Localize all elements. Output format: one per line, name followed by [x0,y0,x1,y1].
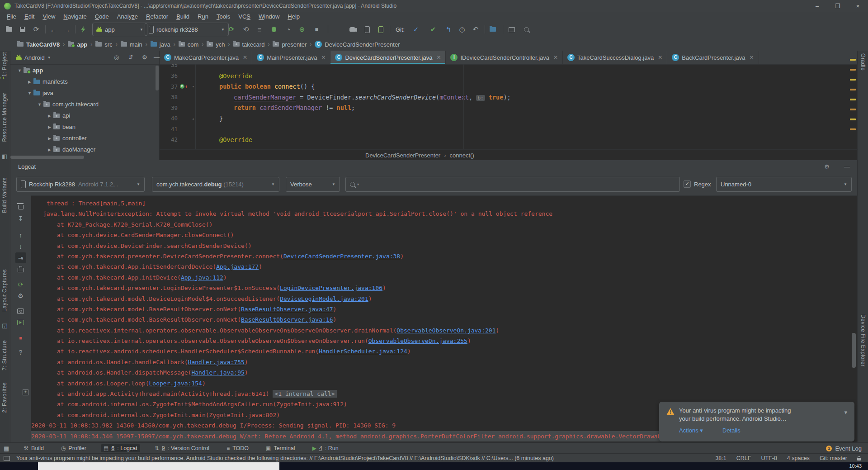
editor-tab-IDeviceCardSenderController.java[interactable]: IIDeviceCardSenderController.java✕ [446,51,563,64]
internal-calls-chip[interactable]: <1 internal call> [273,390,336,398]
close-tab-icon[interactable]: ✕ [243,54,247,61]
stripe-build-variants[interactable]: Build Variants [1,177,8,213]
tree-item-app[interactable]: ▼ app [10,65,159,76]
error-stripe-mark[interactable] [850,128,856,130]
print-icon[interactable] [15,264,26,275]
git-push-icon[interactable]: ↰ [443,24,454,35]
code-line-39[interactable]: 39 return cardSenderManager != null; [160,103,857,114]
sdk-manager-icon[interactable] [362,24,373,35]
code-line-38[interactable]: 38 cardSenderManager = DeviceFinder.sear… [160,92,857,103]
file-encoding[interactable]: UTF-8 [761,455,777,461]
code-editor[interactable]: 35 36 @Override 37 O↑▾ public boolean co… [160,64,857,149]
stack-trace-link[interactable]: HandlerScheduler.java:124 [319,348,407,355]
code-line-42[interactable]: 42 @Override [160,134,857,145]
stack-trace-link[interactable]: App.java:112 [181,274,223,281]
error-stripe-mark[interactable] [850,89,856,90]
toolwindow-button-6-logcat[interactable]: ▤6: Logcat [101,444,140,452]
tree-collapse-arrow[interactable]: ▼ [16,68,24,73]
stripe-favorites[interactable]: 2: Favorites [1,382,8,413]
run-config-select[interactable]: app▼ [92,23,147,36]
toolwindow-button-todo[interactable]: ≡TODO [224,444,251,452]
breadcrumb-item[interactable]: CDeviceCardSenderPresenter [315,41,400,48]
stack-trace-link[interactable]: LoginDevicePresenter.java:106 [280,285,382,291]
error-stripe-mark[interactable] [850,69,856,71]
code-line-35[interactable]: 35 [160,64,857,71]
panel-settings-icon[interactable]: ⚙ [142,54,147,61]
tree-item-api[interactable]: ▶ api [10,110,159,121]
stack-trace-link[interactable]: Handler.java:755 [188,359,245,366]
logcat-hide-icon[interactable]: — [844,163,850,170]
logcat-level-select[interactable]: Verbose▼ [286,177,340,192]
indent-setting[interactable]: 4 spaces [787,455,810,461]
menu-window[interactable]: Window [255,13,283,20]
code-line-37[interactable]: 37 O↑▾ public boolean connect() { [160,81,857,92]
notification-actions-link[interactable]: Actions ▾ [679,427,703,434]
logcat-filter-preset-select[interactable]: Unnamed-0▼ [716,177,852,192]
rollback-icon[interactable]: ↶ [470,24,481,35]
collapse-notification-icon[interactable]: ▾ [844,409,847,416]
attach-profiler-icon[interactable]: ⊕ [297,24,307,35]
tree-item-bean[interactable]: ▶ bean [10,121,159,133]
editor-tab-MakeCardPresenter.java[interactable]: CMakeCardPresenter.java✕ [160,51,252,64]
apply-changes-icon[interactable] [78,24,89,35]
breadcrumb-item[interactable]: app [68,41,87,48]
stripe-project[interactable]: 1: Project [1,52,8,77]
project-structure-icon[interactable] [487,24,498,35]
stripe-layout-captures[interactable]: Layout Captures [1,269,8,312]
logcat-settings-icon[interactable]: ⚙ [15,290,26,301]
notification-details-link[interactable]: Details [722,427,741,434]
error-stripe-mark[interactable] [850,99,856,100]
toolwindow-button-profiler[interactable]: ◷Profiler [58,444,89,452]
close-tab-icon[interactable]: ✕ [436,54,441,61]
stripe-resource-manager[interactable]: Resource Manager [1,93,8,142]
tree-item-manifests[interactable]: ▶ manifests [10,76,159,87]
stripe-structure[interactable]: 7: Structure [1,340,8,370]
error-stripe-mark[interactable] [850,109,856,110]
run-configurations-icon[interactable]: ≡ [254,24,265,35]
git-branch[interactable]: Git: master [820,455,847,461]
project-view-selector[interactable]: Android [24,54,45,61]
stop-app-icon[interactable]: ■ [15,332,26,343]
overrides-method-icon[interactable]: O [180,84,184,89]
save-all-icon[interactable] [17,24,28,35]
logcat-scrollbar[interactable] [852,333,856,368]
soft-wrap-icon[interactable]: ⇥ [15,252,26,263]
toolwindow-button-build[interactable]: ⚒Build [21,444,47,452]
tree-collapse-arrow[interactable]: ▼ [36,102,43,107]
chevron-down-icon[interactable]: ▼ [47,56,51,60]
error-stripe-mark[interactable] [850,119,856,120]
close-button[interactable]: × [848,0,868,12]
logcat-device-select[interactable]: Rockchip Rk3288 Android 7.1.2, . ▼ [16,177,145,192]
tree-expand-arrow[interactable]: ▶ [46,125,53,129]
next-occurrence-icon[interactable]: ↓ [15,241,26,252]
project-tree-vscrollbar[interactable] [156,66,159,90]
profiler-icon[interactable]: ◔ [283,24,294,35]
toolwindow-button-9-version-control[interactable]: ⇅9: Version Control [152,444,212,452]
clear-logcat-icon[interactable] [15,201,26,212]
regex-checkbox[interactable]: ✓Regex [684,180,711,188]
git-update-icon[interactable]: ✓ [410,24,421,35]
expand-trace-icon[interactable]: + [23,389,28,395]
stack-trace-link[interactable]: ObservableObserveOn.java:201 [396,327,495,334]
stack-trace-link[interactable]: Looper.java:154 [149,380,202,387]
logcat-settings-gear-icon[interactable]: ⚙ [824,163,830,170]
open-file-icon[interactable] [4,24,14,35]
tree-item-controller[interactable]: ▶ controller [10,133,159,144]
stack-trace-link[interactable]: App.java:177 [216,263,259,270]
hide-panel-icon[interactable]: — [154,54,160,61]
maximize-button[interactable]: ❐ [827,0,848,12]
error-stripe-mark[interactable] [850,59,856,61]
close-tab-icon[interactable]: ✕ [553,54,558,61]
scroll-to-end-icon[interactable]: ↧ [15,213,26,224]
stack-trace-link[interactable]: BaseResultObserver.java:47 [241,306,333,313]
code-line-41[interactable]: 41 [160,124,857,135]
menu-tools[interactable]: Tools [212,13,234,20]
toolwindow-button-4-run[interactable]: ▶4: Run [310,444,341,452]
search-everywhere-icon[interactable] [521,24,532,35]
tree-collapse-arrow[interactable]: ▼ [26,91,33,95]
logcat-search-input[interactable]: ▾ [345,177,680,192]
lock-icon[interactable] [857,458,861,461]
editor-tab-DeviceCardSenderPresenter.java[interactable]: CDeviceCardSenderPresenter.java✕ [330,51,446,64]
minimize-button[interactable]: – [807,0,827,12]
menu-help[interactable]: Help [283,13,304,20]
